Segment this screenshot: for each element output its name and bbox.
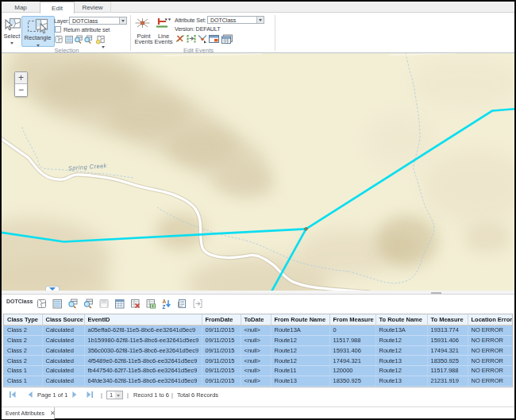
svg-text:Z: Z: [163, 304, 166, 310]
